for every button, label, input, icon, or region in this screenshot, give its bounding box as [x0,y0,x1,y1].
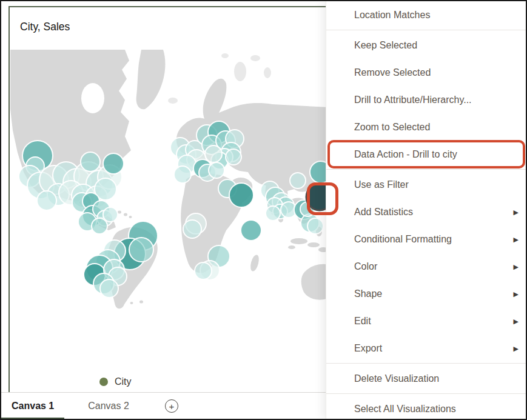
menu-separator [326,30,526,30]
menu-item-add-statistics[interactable]: Add Statistics▶ [326,198,526,225]
menu-item-location-matches[interactable]: Location Matches [326,1,526,28]
city-bubble[interactable] [226,149,241,165]
city-bubble[interactable] [183,220,201,238]
menu-separator [326,393,526,394]
submenu-arrow-icon: ▶ [514,290,519,298]
menu-item-remove-selected[interactable]: Remove Selected [326,59,526,86]
city-bubble[interactable] [241,220,261,241]
menu-item-drill-to-attribute-hierarchy[interactable]: Drill to Attribute/Hierarchy... [326,86,526,113]
city-bubble[interactable] [307,218,323,234]
city-bubble[interactable] [195,262,212,279]
submenu-arrow-icon: ▶ [514,344,519,352]
menu-item-export[interactable]: Export▶ [326,335,526,362]
city-bubble[interactable] [174,166,191,183]
selected-city-bubble[interactable] [306,184,326,210]
context-menu: Location Matches Keep Selected Remove Se… [326,1,526,419]
menu-item-zoom-to-selected[interactable]: Zoom to Selected [326,113,526,141]
world-map [10,38,326,377]
city-bubble[interactable] [310,161,326,183]
menu-item-data-action-drill-to-city[interactable]: Data Action - Drill to city [326,141,526,168]
city-bubble[interactable] [103,207,118,222]
submenu-arrow-icon: ▶ [514,208,519,216]
submenu-arrow-icon: ▶ [514,317,519,325]
city-bubble[interactable] [229,183,253,207]
menu-item-conditional-formatting[interactable]: Conditional Formatting▶ [326,225,526,253]
menu-separator [326,363,526,364]
menu-item-delete-visualization[interactable]: Delete Visualization [326,365,526,392]
city-bubble[interactable] [209,162,224,178]
menu-item-select-all-visualizations[interactable]: Select All Visualizations [326,395,526,420]
tab-canvas-1[interactable]: Canvas 1 [1,393,64,419]
city-bubble[interactable] [205,145,222,162]
tab-label: Canvas 1 [12,401,54,412]
legend-dot-icon [99,378,108,386]
city-bubble[interactable] [129,238,153,262]
menu-item-edit[interactable]: Edit▶ [326,307,526,335]
city-bubble[interactable] [103,153,124,174]
plus-circle-icon: + [165,399,178,413]
menu-item-color[interactable]: Color▶ [326,253,526,280]
menu-item-use-as-filter[interactable]: Use as Filter [326,171,526,198]
legend-label: City [115,376,132,387]
submenu-arrow-icon: ▶ [514,235,519,243]
menu-item-keep-selected[interactable]: Keep Selected [326,32,526,59]
city-bubble[interactable] [266,206,280,221]
tab-label: Canvas 2 [88,401,129,412]
screenshot: City, Sales [0,0,527,420]
menu-item-shape[interactable]: Shape▶ [326,280,526,307]
city-bubble[interactable] [92,218,107,234]
submenu-arrow-icon: ▶ [514,262,519,270]
menu-separator [326,169,526,170]
viz-title: City, Sales [20,21,70,33]
city-bubble[interactable] [37,191,56,210]
city-bubble[interactable] [290,173,306,188]
city-bubble[interactable] [100,279,118,298]
city-bubble[interactable] [81,152,100,172]
tab-canvas-2[interactable]: Canvas 2 [78,393,139,419]
add-canvas-button[interactable]: + [165,393,178,419]
legend: City [99,376,132,387]
